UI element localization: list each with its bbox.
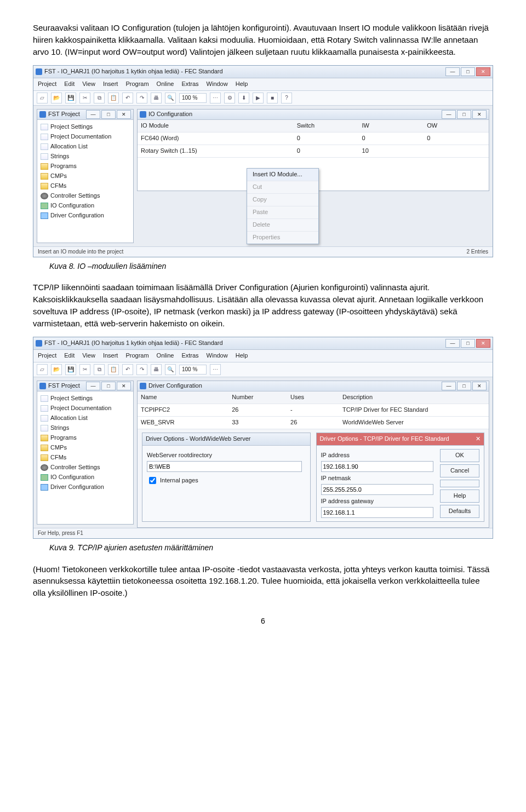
menu-online[interactable]: Online	[157, 352, 174, 360]
toolbar-new-icon[interactable]: ▱	[37, 93, 48, 103]
menu-edit[interactable]: Edit	[64, 352, 75, 360]
tree-minimize-button[interactable]: —	[86, 110, 100, 119]
io-row-rotary-switch[interactable]: Rotary Switch (1..15) 0 10	[138, 145, 489, 158]
tree-close-button[interactable]: ✕	[117, 382, 131, 390]
toolbar-print-icon[interactable]: 🖶	[151, 93, 162, 103]
tree-minimize-button[interactable]: —	[86, 382, 100, 390]
input-ip-gateway[interactable]	[321, 507, 433, 518]
toolbar-open-icon[interactable]: 📂	[51, 93, 62, 103]
toolbar-cut-icon[interactable]: ✂	[79, 364, 90, 375]
tree-item-io-configuration[interactable]: IO Configuration	[41, 473, 131, 482]
menu-extras[interactable]: Extras	[181, 352, 198, 360]
window-maximize-button[interactable]: □	[461, 67, 475, 76]
io-row-fc640[interactable]: FC640 (Word) 0 0 0	[138, 133, 489, 145]
menu-view[interactable]: View	[82, 352, 95, 360]
menu-copy[interactable]: Copy	[247, 194, 318, 206]
toolbar-cut-icon[interactable]: ✂	[79, 93, 90, 103]
menu-view[interactable]: View	[82, 80, 95, 89]
menu-program[interactable]: Program	[125, 352, 148, 360]
toolbar-save-icon[interactable]: 💾	[65, 364, 76, 375]
tree-item-programs[interactable]: Programs	[41, 162, 131, 171]
toolbar-misc-icon[interactable]: ⋯	[210, 364, 221, 375]
menu-window[interactable]: Window	[207, 80, 228, 89]
tree-item-project-documentation[interactable]: Project Documentation	[41, 404, 131, 413]
io-minimize-button[interactable]: —	[442, 110, 456, 119]
menu-edit[interactable]: Edit	[64, 80, 75, 89]
tree-item-allocation-list[interactable]: Allocation List	[41, 142, 131, 152]
toolbar-new-icon[interactable]: ▱	[37, 364, 48, 375]
menu-program[interactable]: Program	[125, 80, 148, 89]
tree-item-programs[interactable]: Programs	[41, 433, 131, 443]
toolbar-copy-icon[interactable]: ⧉	[94, 364, 105, 375]
tree-item-cmps[interactable]: CMPs	[41, 171, 131, 181]
drv-header-uses[interactable]: Uses	[287, 391, 339, 404]
menu-window[interactable]: Window	[207, 352, 228, 360]
menu-online[interactable]: Online	[157, 80, 174, 89]
tree-item-controller-settings[interactable]: Controller Settings	[41, 463, 131, 473]
window-close-button[interactable]: ✕	[476, 339, 490, 348]
tree-item-project-documentation[interactable]: Project Documentation	[41, 132, 131, 142]
tree-maximize-button[interactable]: □	[101, 110, 116, 119]
drv-row-tcpipfc2[interactable]: TCPIPFC2 26 - TCP/IP Driver for FEC Stan…	[138, 404, 489, 417]
window-close-button[interactable]: ✕	[476, 67, 490, 76]
toolbar-redo-icon[interactable]: ↷	[136, 364, 147, 375]
io-header-switch[interactable]: Switch	[294, 120, 359, 132]
tree-close-button[interactable]: ✕	[117, 110, 131, 119]
toolbar-zoom-value[interactable]: 100 %	[179, 93, 207, 103]
drv-header-number[interactable]: Number	[228, 391, 287, 404]
window-minimize-button[interactable]: —	[445, 339, 460, 348]
toolbar-stop-icon[interactable]: ■	[267, 93, 278, 103]
drv-close-button[interactable]: ✕	[472, 382, 487, 390]
drv-maximize-button[interactable]: □	[457, 382, 471, 390]
toolbar-undo-icon[interactable]: ↶	[122, 364, 133, 375]
tree-maximize-button[interactable]: □	[101, 382, 116, 390]
tree-item-cfms[interactable]: CFMs	[41, 453, 131, 463]
toolbar-zoom-value[interactable]: 100 %	[179, 365, 207, 375]
toolbar-find-icon[interactable]: 🔍	[165, 364, 176, 375]
menu-project[interactable]: Project	[38, 352, 56, 360]
toolbar-paste-icon[interactable]: 📋	[108, 364, 119, 375]
menu-insert-io-module[interactable]: Insert IO Module...	[247, 169, 318, 181]
toolbar-download-icon[interactable]: ⬇	[238, 93, 249, 103]
toolbar-save-icon[interactable]: 💾	[65, 93, 76, 103]
tree-item-controller-settings[interactable]: Controller Settings	[41, 191, 131, 201]
help-button[interactable]: Help	[440, 489, 479, 503]
ok-button[interactable]: OK	[440, 449, 479, 462]
toolbar-misc-icon[interactable]: ⋯	[210, 93, 221, 103]
tree-item-cfms[interactable]: CFMs	[41, 181, 131, 191]
drv-row-websrvr[interactable]: WEB_SRVR 33 26 WorldWideWeb Server	[138, 417, 489, 429]
io-close-button[interactable]: ✕	[472, 110, 487, 119]
io-header-module[interactable]: IO Module	[138, 120, 294, 132]
menu-help[interactable]: Help	[236, 352, 248, 360]
menu-insert[interactable]: Insert	[103, 80, 118, 89]
tree-item-cmps[interactable]: CMPs	[41, 443, 131, 453]
io-header-iw[interactable]: IW	[359, 120, 424, 132]
window-minimize-button[interactable]: —	[445, 67, 460, 76]
toolbar-undo-icon[interactable]: ↶	[122, 93, 133, 103]
toolbar-print-icon[interactable]: 🖶	[151, 364, 162, 375]
drv-header-description[interactable]: Description	[339, 391, 489, 404]
defaults-button[interactable]: Defaults	[440, 505, 479, 518]
menu-project[interactable]: Project	[38, 80, 56, 89]
tree-item-driver-configuration[interactable]: Driver Configuration	[41, 211, 131, 221]
window-maximize-button[interactable]: □	[461, 339, 475, 348]
io-header-ow[interactable]: OW	[424, 120, 489, 132]
toolbar-help-icon[interactable]: ?	[281, 93, 292, 103]
dialog-close-icon[interactable]: ✕	[476, 435, 481, 444]
tree-item-driver-configuration[interactable]: Driver Configuration	[41, 482, 131, 492]
drv-header-name[interactable]: Name	[138, 391, 228, 404]
tree-item-strings[interactable]: Strings	[41, 152, 131, 162]
input-ip-address[interactable]	[321, 461, 433, 472]
menu-extras[interactable]: Extras	[181, 80, 198, 89]
toolbar-paste-icon[interactable]: 📋	[108, 93, 119, 103]
toolbar-run-icon[interactable]: ▶	[253, 93, 264, 103]
tree-item-project-settings[interactable]: Project Settings	[41, 394, 131, 404]
menu-insert[interactable]: Insert	[103, 352, 118, 360]
tree-item-strings[interactable]: Strings	[41, 423, 131, 433]
checkbox-internal-pages[interactable]	[149, 477, 156, 484]
input-ip-netmask[interactable]	[321, 484, 433, 495]
tree-item-allocation-list[interactable]: Allocation List	[41, 413, 131, 423]
tree-item-project-settings[interactable]: Project Settings	[41, 122, 131, 132]
tree-item-io-configuration[interactable]: IO Configuration	[41, 201, 131, 211]
toolbar-build-icon[interactable]: ⚙	[224, 93, 235, 103]
